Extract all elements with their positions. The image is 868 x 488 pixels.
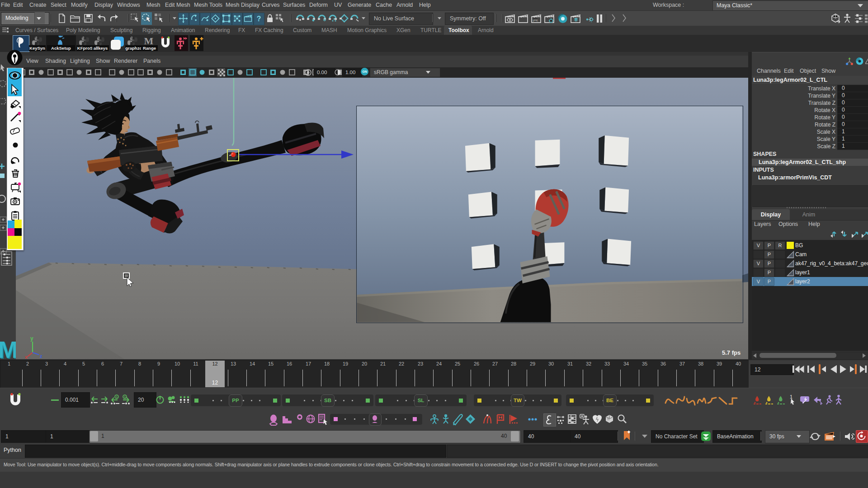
svg-text:M: M	[144, 36, 154, 46]
svg-text:?: ?	[257, 15, 261, 23]
svg-text:z: z	[40, 353, 42, 359]
svg-text:IPR: IPR	[533, 19, 538, 22]
svg-text:x: x	[25, 354, 28, 359]
svg-text:5.7 fps: 5.7 fps	[722, 349, 741, 356]
svg-text:S: S	[116, 395, 118, 399]
svg-text:y: y	[30, 335, 33, 342]
svg-text:S: S	[124, 395, 126, 399]
